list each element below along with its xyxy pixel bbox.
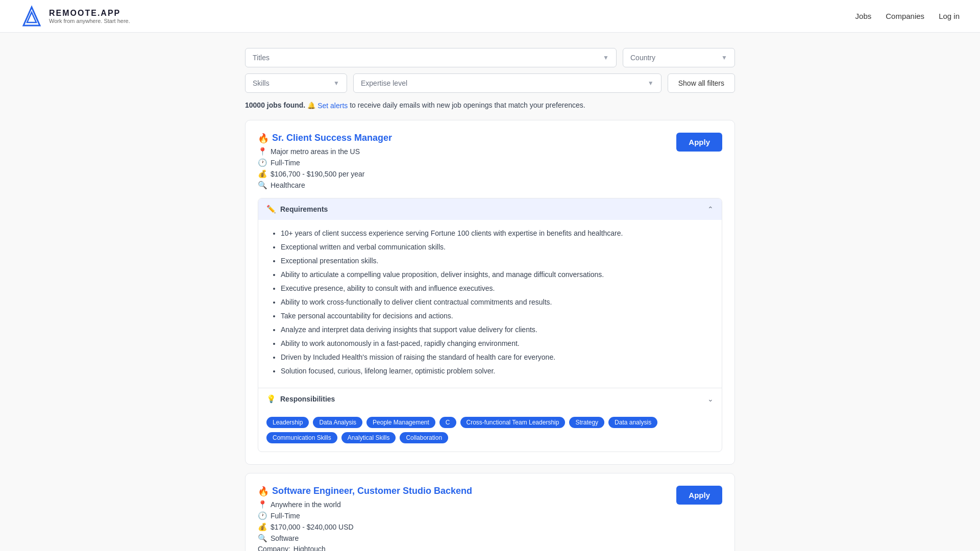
job-company-row-2: Company: Hightouch xyxy=(258,545,666,552)
country-placeholder: Country xyxy=(630,54,655,62)
skill-collaboration[interactable]: Collaboration xyxy=(400,432,448,443)
logo-name: REMOOTE.APP xyxy=(49,9,130,18)
set-alerts-link[interactable]: 🔔 Set alerts xyxy=(307,102,348,110)
job-meta-1: 📍 Major metro areas in the US 🕐 Full-Tim… xyxy=(258,147,666,190)
skill-communication[interactable]: Communication Skills xyxy=(266,432,337,443)
job-title-1[interactable]: 🔥 Sr. Client Success Manager xyxy=(258,133,392,144)
requirements-header-1[interactable]: ✏️ Requirements ⌃ xyxy=(258,198,722,220)
responsibilities-label-1: Responsibilities xyxy=(280,395,335,403)
skill-leadership[interactable]: Leadership xyxy=(266,417,309,428)
results-count: 10000 jobs found. xyxy=(245,101,305,109)
responsibilities-chevron-1: ⌄ xyxy=(707,395,714,403)
nav-companies[interactable]: Companies xyxy=(886,12,924,20)
req-item-1-3: Exceptional presentation skills. xyxy=(281,256,709,266)
skill-people-management[interactable]: People Management xyxy=(366,417,435,428)
logo-text: REMOOTE.APP Work from anywhere. Start he… xyxy=(49,9,130,24)
header: REMOOTE.APP Work from anywhere. Start he… xyxy=(0,0,980,33)
responsibilities-title-1: 💡 Responsibilities xyxy=(266,394,335,404)
req-item-1-8: Analyze and interpret data deriving insi… xyxy=(281,324,709,335)
alert-suffix: to receive daily emails with new job ope… xyxy=(350,101,585,109)
job-location-row-2: 📍 Anywhere in the world xyxy=(258,500,666,509)
alert-link-text: Set alerts xyxy=(317,102,348,110)
job-company-2: Hightouch xyxy=(293,545,326,552)
req-item-1-6: Ability to work cross-functionally to de… xyxy=(281,297,709,308)
expertise-filter[interactable]: Expertise level ▼ xyxy=(353,73,662,93)
job-type-row-1: 🕐 Full-Time xyxy=(258,158,666,167)
bell-icon: 🔔 xyxy=(307,102,315,109)
job-title-text-1: Sr. Client Success Manager xyxy=(272,133,392,143)
fire-icon-2: 🔥 xyxy=(258,486,269,497)
req-item-1-1: 10+ years of client success experience s… xyxy=(281,228,709,239)
country-filter[interactable]: Country ▼ xyxy=(623,48,735,67)
req-item-1-4: Ability to articulate a compelling value… xyxy=(281,269,709,280)
results-info: 10000 jobs found. 🔔 Set alerts to receiv… xyxy=(245,101,735,110)
job-type-2: Full-Time xyxy=(271,512,300,520)
titles-chevron-icon: ▼ xyxy=(603,54,609,61)
requirements-section-1: ✏️ Requirements ⌃ 10+ years of client su… xyxy=(258,198,722,452)
logo-icon xyxy=(20,5,43,28)
skill-cross-functional[interactable]: Cross-functional Team Leadership xyxy=(460,417,566,428)
job-card-2: 🔥 Software Engineer, Customer Studio Bac… xyxy=(245,473,735,552)
category-icon-2: 🔍 xyxy=(258,534,267,543)
location-icon-2: 📍 xyxy=(258,500,267,509)
job-type-row-2: 🕐 Full-Time xyxy=(258,511,666,520)
skill-strategy[interactable]: Strategy xyxy=(569,417,604,428)
skill-data-analysis2[interactable]: Data analysis xyxy=(608,417,657,428)
job-meta-2: 📍 Anywhere in the world 🕐 Full-Time 💰 $1… xyxy=(258,500,666,552)
requirements-ul-1: 10+ years of client success experience s… xyxy=(271,228,709,377)
requirements-list-1: 10+ years of client success experience s… xyxy=(258,220,722,388)
money-icon-1: 💰 xyxy=(258,169,267,179)
pencil-icon-1: ✏️ xyxy=(266,205,276,214)
clock-icon-2: 🕐 xyxy=(258,511,267,520)
job-card-2-header: 🔥 Software Engineer, Customer Studio Bac… xyxy=(258,486,722,552)
req-item-1-11: Solution focused, curious, lifelong lear… xyxy=(281,366,709,377)
nav-jobs[interactable]: Jobs xyxy=(855,12,872,20)
money-icon-2: 💰 xyxy=(258,522,267,532)
logo-tagline: Work from anywhere. Start here. xyxy=(49,18,130,24)
show-filters-button[interactable]: Show all filters xyxy=(668,73,735,93)
apply-button-2[interactable]: Apply xyxy=(676,486,722,505)
job-title-2[interactable]: 🔥 Software Engineer, Customer Studio Bac… xyxy=(258,486,472,497)
country-chevron-icon: ▼ xyxy=(721,54,727,61)
skill-c[interactable]: C xyxy=(439,417,456,428)
bulb-icon-1: 💡 xyxy=(266,394,276,404)
req-item-1-9: Ability to work autonomously in a fast-p… xyxy=(281,338,709,349)
job-category-row-2: 🔍 Software xyxy=(258,534,666,543)
job-salary-1: $106,700 - $190,500 per year xyxy=(271,170,364,178)
req-item-1-7: Take personal accountability for decisio… xyxy=(281,311,709,321)
main-content: Titles ▼ Country ▼ Skills ▼ Expertise le… xyxy=(235,33,745,551)
job-location-row-1: 📍 Major metro areas in the US xyxy=(258,147,666,156)
req-item-1-5: Executive presence, ability to consult w… xyxy=(281,283,709,294)
filters-row1: Titles ▼ Country ▼ xyxy=(245,48,735,67)
location-icon-1: 📍 xyxy=(258,147,267,156)
expertise-placeholder: Expertise level xyxy=(361,79,407,87)
job-card-1-header: 🔥 Sr. Client Success Manager 📍 Major met… xyxy=(258,133,722,190)
skill-data-analysis[interactable]: Data Analysis xyxy=(313,417,362,428)
expertise-chevron-icon: ▼ xyxy=(648,80,654,87)
job-location-1: Major metro areas in the US xyxy=(271,147,360,156)
job-salary-row-2: 💰 $170,000 - $240,000 USD xyxy=(258,522,666,532)
nav-login[interactable]: Log in xyxy=(939,12,960,20)
responsibilities-header-1[interactable]: 💡 Responsibilities ⌄ xyxy=(258,388,722,410)
category-icon-1: 🔍 xyxy=(258,181,267,190)
job-salary-2: $170,000 - $240,000 USD xyxy=(271,523,354,531)
job-title-text-2: Software Engineer, Customer Studio Backe… xyxy=(272,486,472,496)
skill-analytical[interactable]: Analytical Skills xyxy=(341,432,396,443)
titles-placeholder: Titles xyxy=(253,54,270,62)
company-prefix-2: Company: xyxy=(258,545,290,552)
job-card-1: 🔥 Sr. Client Success Manager 📍 Major met… xyxy=(245,120,735,465)
job-category-2: Software xyxy=(271,534,299,542)
requirements-chevron-up-1: ⌃ xyxy=(707,205,714,213)
skills-filter[interactable]: Skills ▼ xyxy=(245,73,347,93)
fire-icon-1: 🔥 xyxy=(258,133,269,144)
req-item-1-2: Exceptional written and verbal communica… xyxy=(281,242,709,253)
skills-tags-1: Leadership Data Analysis People Manageme… xyxy=(258,410,722,452)
job-category-row-1: 🔍 Healthcare xyxy=(258,181,666,190)
job-card-1-info: 🔥 Sr. Client Success Manager 📍 Major met… xyxy=(258,133,666,190)
titles-filter[interactable]: Titles ▼ xyxy=(245,48,617,67)
skills-placeholder: Skills xyxy=(253,79,270,87)
job-type-1: Full-Time xyxy=(271,159,300,167)
job-card-2-info: 🔥 Software Engineer, Customer Studio Bac… xyxy=(258,486,666,552)
skills-chevron-icon: ▼ xyxy=(333,80,339,87)
apply-button-1[interactable]: Apply xyxy=(676,133,722,152)
